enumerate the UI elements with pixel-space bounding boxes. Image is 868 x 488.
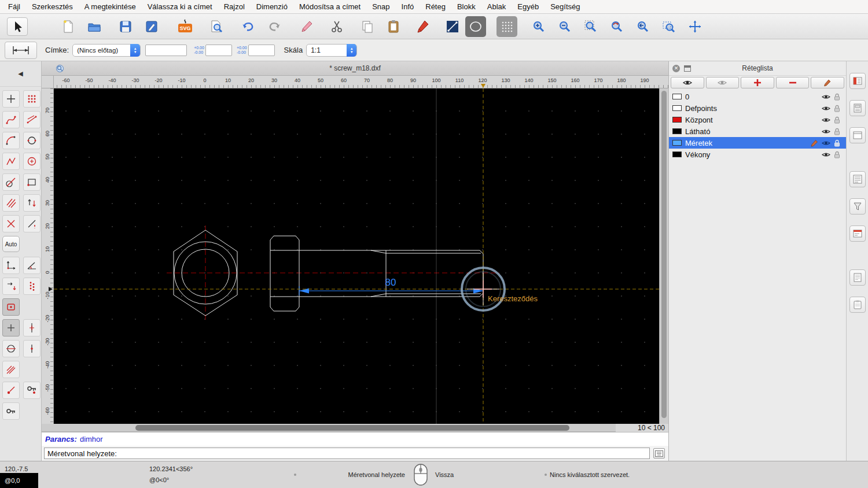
dimension-tool-options-button[interactable]: [5, 42, 37, 59]
tool-order-button[interactable]: [23, 194, 41, 212]
tool-coordinates-button[interactable]: [2, 257, 20, 274]
layer-edit-pencil-icon[interactable]: [811, 139, 818, 147]
menu-snap[interactable]: Snap: [366, 2, 395, 11]
circle-tool-button[interactable]: [465, 16, 486, 37]
tool-arc-button[interactable]: [2, 132, 20, 149]
redo-button[interactable]: [264, 16, 285, 37]
menu-info[interactable]: Infó: [396, 2, 420, 11]
layer-row-kozpont[interactable]: Központ: [669, 114, 846, 125]
line-tool-button[interactable]: [442, 16, 463, 37]
layer-lock-icon[interactable]: [834, 139, 840, 147]
layer-panel-close-button[interactable]: ✕: [672, 65, 680, 72]
dock-command-widget-icon[interactable]: [849, 225, 866, 242]
tool-points-grid-button[interactable]: [23, 90, 41, 108]
zoom-out-button[interactable]: [554, 16, 575, 37]
zoom-pan-button[interactable]: [685, 16, 705, 37]
layer-color-swatch[interactable]: [672, 94, 682, 99]
tolerance2-input[interactable]: [248, 45, 275, 56]
dock-notes-icon[interactable]: [849, 269, 866, 286]
layer-visible-icon[interactable]: [822, 105, 830, 112]
layer-visible-icon[interactable]: [822, 128, 830, 135]
menu-draw[interactable]: Rajzol: [218, 2, 251, 11]
tool-tangent-button[interactable]: [2, 173, 20, 191]
layer-visible-icon[interactable]: [822, 117, 830, 123]
add-layer-button[interactable]: [741, 77, 774, 88]
screw-side-view[interactable]: [270, 236, 483, 311]
snap-grid-button[interactable]: [2, 319, 20, 337]
open-file-button[interactable]: [84, 16, 105, 37]
dock-view-panel-icon[interactable]: [849, 127, 866, 143]
hide-all-layers-button[interactable]: [706, 77, 740, 88]
menu-layer[interactable]: Réteg: [420, 2, 451, 11]
save-file-button[interactable]: [115, 16, 136, 37]
layer-color-swatch[interactable]: [672, 128, 682, 134]
tool-line-points-button[interactable]: [23, 111, 41, 128]
canvas-titlebar[interactable]: * screw_m18.dxf: [42, 61, 668, 76]
label-text-input[interactable]: [145, 45, 187, 56]
tool-polyline-button[interactable]: [2, 153, 20, 170]
menu-window[interactable]: Ablak: [481, 2, 512, 11]
edit-drawing-button[interactable]: [141, 16, 162, 37]
show-all-layers-button[interactable]: [671, 77, 704, 88]
snap-middle-button[interactable]: [23, 340, 41, 357]
tool-cross-button[interactable]: [2, 215, 20, 232]
grid-toggle-button[interactable]: [496, 16, 517, 37]
zoom-auto-button[interactable]: [580, 16, 601, 37]
layer-visible-icon[interactable]: [822, 94, 830, 100]
tolerance2-down[interactable]: -0.00: [237, 50, 247, 55]
layer-row-meretek[interactable]: Méretek: [669, 137, 846, 149]
vertical-scrollbar[interactable]: [659, 88, 668, 424]
auto-snap-button[interactable]: Auto: [2, 236, 20, 252]
snap-rays-button[interactable]: [2, 361, 20, 378]
tool-point-button[interactable]: [2, 90, 20, 108]
paste-button[interactable]: [383, 16, 404, 37]
menu-select[interactable]: Válassza ki a címet: [142, 2, 218, 11]
keyboard-focus-button[interactable]: [653, 448, 665, 459]
undo-button[interactable]: [238, 16, 259, 37]
layer-color-swatch[interactable]: [672, 105, 682, 111]
layer-name[interactable]: 0: [685, 93, 822, 101]
select-tool-button[interactable]: [7, 17, 28, 36]
layer-name[interactable]: Látható: [685, 127, 822, 136]
menu-help[interactable]: Segítség: [545, 2, 586, 11]
layer-name[interactable]: Központ: [685, 116, 822, 124]
tolerance1-spinner[interactable]: +0.00 -0.00: [194, 46, 204, 55]
menu-misc[interactable]: Egyéb: [512, 2, 545, 11]
snap-on-entity-button[interactable]: [23, 319, 41, 337]
tool-angle-button[interactable]: [23, 257, 41, 274]
restrict-horizontal-button[interactable]: [2, 382, 20, 399]
print-preview-button[interactable]: [206, 16, 227, 37]
prefix-select[interactable]: (Nincs előtag) ▲▼: [72, 44, 141, 57]
vertical-scrollbar-thumb[interactable]: [661, 91, 667, 418]
layer-lock-icon[interactable]: [834, 128, 840, 135]
tolerance1-input[interactable]: [205, 45, 232, 56]
tool-circle-center-button[interactable]: [23, 153, 41, 170]
dock-clipboard-icon[interactable]: [849, 297, 866, 313]
layer-color-swatch[interactable]: [672, 117, 682, 123]
layer-lock-icon[interactable]: [834, 151, 840, 158]
scale-select-stepper[interactable]: ▲▼: [347, 44, 356, 57]
cut-button[interactable]: [326, 16, 347, 37]
zoom-redraw-button[interactable]: [606, 16, 627, 37]
tool-line-angle-button[interactable]: [23, 215, 41, 232]
menu-modify[interactable]: Módosítsa a címet: [293, 2, 366, 11]
layer-color-swatch[interactable]: [672, 151, 682, 157]
palette-collapse-button[interactable]: ◀: [0, 61, 41, 87]
layer-lock-icon[interactable]: [834, 116, 840, 124]
dock-library-browser-icon[interactable]: [849, 171, 866, 187]
layer-row-lathato[interactable]: Látható: [669, 125, 846, 137]
tool-circle-2p-button[interactable]: [23, 132, 41, 149]
dock-filter-icon[interactable]: [849, 198, 866, 215]
draw-pen-button[interactable]: [412, 16, 433, 37]
dock-layer-list-icon[interactable]: [849, 73, 866, 89]
prefix-select-stepper[interactable]: ▲▼: [130, 44, 140, 57]
layer-lock-icon[interactable]: [834, 105, 840, 112]
layer-row-defpoints[interactable]: Defpoints: [669, 102, 846, 114]
set-relative-zero-button[interactable]: [2, 402, 20, 420]
zoom-window-button[interactable]: [659, 16, 679, 37]
tolerance1-up[interactable]: +0.00: [194, 46, 204, 50]
snap-center-button[interactable]: [2, 340, 20, 357]
menu-edit[interactable]: Szerkesztés: [26, 2, 79, 11]
menu-block[interactable]: Blokk: [451, 2, 481, 11]
remove-layer-button[interactable]: [776, 77, 810, 88]
